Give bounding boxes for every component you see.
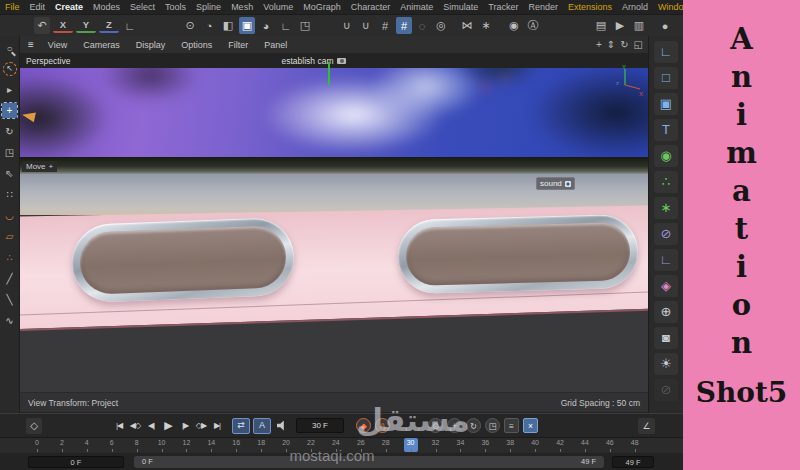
spline-pen-icon[interactable]: ∟ — [654, 41, 678, 63]
subdivision-surface-icon[interactable]: ◉ — [654, 145, 678, 167]
multi-axis-tool-icon[interactable]: ∷ — [2, 187, 17, 202]
keyframe-selection-button[interactable]: ⊙ — [428, 418, 443, 433]
mograph-icon[interactable]: ◈ — [654, 275, 678, 297]
menu-extensions[interactable]: Extensions — [563, 2, 617, 12]
render-picture-viewer-icon[interactable]: ▶ — [612, 17, 628, 34]
spline-pen-tool-icon[interactable]: ▱ — [2, 229, 17, 244]
field-object-icon[interactable]: ⊘ — [654, 223, 678, 245]
interactive-render-region-icon[interactable]: ◎ — [433, 17, 449, 34]
menu-tools[interactable]: Tools — [160, 2, 191, 12]
rotate-tool-icon[interactable]: ↻ — [2, 124, 17, 139]
sky-object-icon[interactable]: ⊕ — [654, 301, 678, 323]
text-object-icon[interactable]: T — [654, 119, 678, 141]
viewport-menu-cameras[interactable]: Cameras — [75, 40, 128, 50]
axis-y-lock[interactable]: Y — [76, 18, 96, 33]
arnold-ipr-icon[interactable]: ◉ — [506, 17, 522, 34]
orbit-view-icon[interactable]: ↻ — [620, 39, 628, 50]
symmetry-icon[interactable]: ⋈ — [459, 17, 475, 34]
light-object-icon[interactable]: ☀ — [654, 353, 678, 375]
menu-select[interactable]: Select — [125, 2, 160, 12]
camera-object-icon[interactable]: ◙ — [654, 327, 678, 349]
menu-spline[interactable]: Spline — [191, 2, 226, 12]
model-mode-icon[interactable]: ▣ — [239, 17, 255, 34]
viewport-menu-display[interactable]: Display — [128, 40, 174, 50]
move-tool-icon[interactable]: + — [2, 103, 17, 118]
record-position-toggle[interactable]: + — [447, 418, 462, 433]
selection-options-icon[interactable]: ▸ — [2, 82, 17, 97]
spline-points-tool-icon[interactable]: ∴ — [2, 250, 17, 265]
record-keyframe-button[interactable]: ◆ — [356, 418, 371, 433]
range-start-field[interactable]: 0 F — [28, 456, 124, 468]
primitive-cube-icon[interactable]: ▣ — [654, 93, 678, 115]
glass-pill-right[interactable] — [397, 214, 639, 295]
modeling-settings-icon[interactable]: ∗ — [478, 17, 494, 34]
sketch-tool-icon[interactable]: ∿ — [2, 313, 17, 328]
menu-tracker[interactable]: Tracker — [483, 2, 523, 12]
autokey-toggle[interactable]: A — [375, 418, 390, 433]
menu-edit[interactable]: Edit — [25, 2, 51, 12]
sound-playback-toggle[interactable] — [277, 421, 288, 431]
maximize-view-icon[interactable]: ◱ — [634, 39, 643, 50]
workplane-icon[interactable]: ∟ — [122, 17, 138, 34]
loop-playback-toggle[interactable]: ⇄ — [232, 418, 250, 434]
viewport-menu-view[interactable]: View — [40, 40, 75, 50]
next-frame-button[interactable]: |▶ — [178, 418, 192, 433]
prev-frame-button[interactable]: ◀| — [144, 418, 158, 433]
menu-create[interactable]: Create — [50, 2, 88, 12]
axis-z-lock[interactable]: Z — [99, 18, 119, 33]
spline-arc-tool-icon[interactable]: ◡ — [2, 208, 17, 223]
menu-animate[interactable]: Animate — [395, 2, 438, 12]
snap-settings-icon[interactable]: ∪ — [358, 17, 374, 34]
texture-mode-icon[interactable]: ◕ — [258, 17, 274, 34]
range-end-field[interactable]: 49 F — [612, 456, 654, 468]
viewport[interactable]: Perspective establish cam Move + sound Y… — [20, 53, 648, 412]
workplane-mode-icon[interactable]: ◳ — [297, 17, 313, 34]
next-key-button[interactable]: ◇▶ — [194, 418, 208, 433]
coordinates-icon[interactable]: ∟ — [278, 17, 294, 34]
grid-snap-icon[interactable]: # — [377, 17, 393, 34]
brush-tool-icon[interactable]: ╱ — [2, 271, 17, 286]
fcurve-editor-button[interactable]: ∠ — [638, 418, 655, 434]
scale-tool-icon[interactable]: ◳ — [2, 145, 17, 160]
menu-volume[interactable]: Volume — [258, 2, 298, 12]
viewport-menu-filter[interactable]: Filter — [220, 40, 256, 50]
current-frame-field[interactable]: 30 F — [296, 418, 344, 433]
prev-key-button[interactable]: ◀◇ — [128, 418, 142, 433]
pen-tool-icon[interactable]: ╲ — [2, 292, 17, 307]
polygons-mode-icon[interactable]: ◧ — [220, 17, 236, 34]
play-rate-toggle[interactable]: A — [253, 418, 271, 434]
goto-end-button[interactable]: ▶| — [210, 418, 224, 433]
menu-file[interactable]: File — [0, 2, 25, 12]
play-button[interactable]: ▶ — [160, 418, 176, 433]
glass-pill-left[interactable] — [71, 217, 296, 303]
menu-mesh[interactable]: Mesh — [226, 2, 258, 12]
edges-mode-icon[interactable]: ◔ — [201, 17, 217, 34]
viewport-menu-panel[interactable]: Panel — [256, 40, 295, 50]
pan-view-icon[interactable]: + — [596, 39, 602, 50]
transform-tool-icon[interactable]: ⇖ — [2, 166, 17, 181]
render-view-icon[interactable]: ▤ — [593, 17, 609, 34]
material-icon[interactable]: ● — [657, 17, 673, 34]
snap-toggle-icon[interactable]: ∪ — [339, 17, 355, 34]
quantize-icon[interactable]: # — [396, 17, 412, 34]
disabled-tool-icon[interactable]: ⊘ — [654, 379, 678, 401]
find-tool-icon[interactable]: ○ — [2, 41, 17, 56]
safe-frames-icon[interactable]: ◌ — [414, 17, 430, 34]
camera-hud[interactable]: establish cam — [20, 56, 608, 66]
undo-icon[interactable]: ↶ — [34, 17, 50, 34]
menu-simulate[interactable]: Simulate — [438, 2, 483, 12]
range-slider[interactable]: 0 F 49 F — [134, 456, 604, 468]
set-keyframe-button[interactable]: ◇ — [26, 418, 42, 434]
menu-render[interactable]: Render — [523, 2, 563, 12]
live-selection-icon[interactable]: ↖ — [3, 62, 17, 76]
camera-spline-icon[interactable]: ∟ — [654, 249, 678, 271]
goto-start-button[interactable]: |◀ — [112, 418, 126, 433]
dolly-view-icon[interactable]: ⇕ — [607, 39, 615, 50]
viewport-menu-icon[interactable]: ≡ — [20, 39, 40, 50]
points-mode-icon[interactable]: ⊙ — [182, 17, 198, 34]
timeline-ruler[interactable]: 0246810121416182022242628303234363840424… — [0, 437, 683, 453]
axis-x-lock[interactable]: X — [53, 18, 73, 33]
volume-builder-icon[interactable]: ∴ — [654, 171, 678, 193]
spline-primitive-icon[interactable]: □ — [654, 67, 678, 89]
menu-arnold[interactable]: Arnold — [617, 2, 653, 12]
